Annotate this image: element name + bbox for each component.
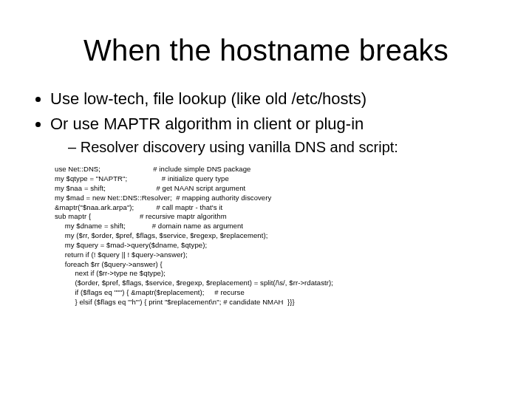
sub-bullet-list: Resolver discovery using vanilla DNS and… [50,134,502,157]
slide: When the hostname breaks Use low-tech, f… [0,0,532,399]
bullet-2-text: Or use MAPTR algorithm in client or plug… [50,115,364,133]
sub-bullet-1: Resolver discovery using vanilla DNS and… [68,137,502,157]
code-block: use Net::DNS; # include simple DNS packa… [55,165,502,307]
bullet-2: Or use MAPTR algorithm in client or plug… [50,113,502,158]
slide-title: When the hostname breaks [30,34,502,67]
bullet-list: Use low-tech, file lookup (like old /etc… [30,88,502,157]
bullet-1: Use low-tech, file lookup (like old /etc… [50,88,502,110]
